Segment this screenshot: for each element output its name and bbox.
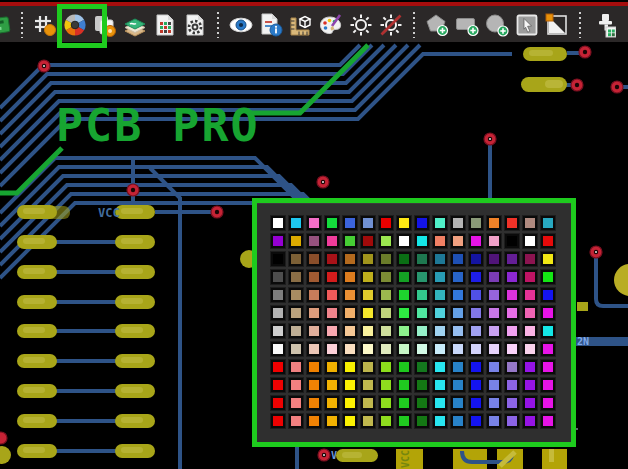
color-swatch-r3-c8[interactable] [397, 252, 411, 266]
color-swatch-r6-c13[interactable] [487, 306, 501, 320]
color-wheel-button[interactable] [62, 11, 88, 39]
color-swatch-r6-c11[interactable] [451, 306, 465, 320]
color-swatch-r5-c15[interactable] [523, 288, 537, 302]
color-swatch-r4-c5[interactable] [343, 270, 357, 284]
color-swatch-r9-c16[interactable] [541, 360, 555, 374]
color-swatch-r10-c16[interactable] [541, 378, 555, 392]
color-swatch-r10-c6[interactable] [361, 378, 375, 392]
color-swatch-r3-c6[interactable] [361, 252, 375, 266]
color-swatch-r11-c10[interactable] [433, 396, 447, 410]
color-swatch-r5-c2[interactable] [289, 288, 303, 302]
color-swatch-r7-c12[interactable] [469, 324, 483, 338]
color-swatch-r9-c12[interactable] [469, 360, 483, 374]
color-swatch-r12-c10[interactable] [433, 414, 447, 428]
color-swatch-r8-c1[interactable] [271, 342, 285, 356]
color-swatch-r12-c14[interactable] [505, 414, 519, 428]
color-swatch-r2-c1[interactable] [271, 234, 285, 248]
color-swatch-r12-c2[interactable] [289, 414, 303, 428]
color-swatch-r10-c7[interactable] [379, 378, 393, 392]
color-swatch-r9-c9[interactable] [415, 360, 429, 374]
document-grid-button[interactable] [152, 11, 178, 39]
color-swatch-r4-c15[interactable] [523, 270, 537, 284]
color-swatch-r4-c9[interactable] [415, 270, 429, 284]
color-swatch-r10-c2[interactable] [289, 378, 303, 392]
color-swatch-r11-c5[interactable] [343, 396, 357, 410]
brightness-off-button[interactable] [378, 11, 404, 39]
color-swatch-r2-c12[interactable] [469, 234, 483, 248]
color-swatch-r4-c3[interactable] [307, 270, 321, 284]
color-swatch-r7-c16[interactable] [541, 324, 555, 338]
color-swatch-r8-c7[interactable] [379, 342, 393, 356]
diagonal-fill-button[interactable] [544, 11, 570, 39]
color-swatch-r6-c15[interactable] [523, 306, 537, 320]
color-swatch-r8-c3[interactable] [307, 342, 321, 356]
copy-sheets-button[interactable] [92, 11, 118, 39]
color-swatch-r10-c10[interactable] [433, 378, 447, 392]
color-swatch-r7-c15[interactable] [523, 324, 537, 338]
color-swatch-r1-c13[interactable] [487, 216, 501, 230]
color-swatch-r5-c1[interactable] [271, 288, 285, 302]
color-swatch-r7-c6[interactable] [361, 324, 375, 338]
color-swatch-r9-c11[interactable] [451, 360, 465, 374]
select-arrow-button[interactable] [514, 11, 540, 39]
color-swatch-r6-c4[interactable] [325, 306, 339, 320]
color-swatch-r7-c2[interactable] [289, 324, 303, 338]
color-swatch-r3-c7[interactable] [379, 252, 393, 266]
color-swatch-r6-c9[interactable] [415, 306, 429, 320]
color-swatch-r9-c1[interactable] [271, 360, 285, 374]
color-swatch-r8-c16[interactable] [541, 342, 555, 356]
color-swatch-r4-c16[interactable] [541, 270, 555, 284]
color-swatch-r7-c4[interactable] [325, 324, 339, 338]
color-swatch-r9-c13[interactable] [487, 360, 501, 374]
color-swatch-r7-c13[interactable] [487, 324, 501, 338]
pcb-board-button[interactable] [0, 11, 12, 39]
color-swatch-r11-c14[interactable] [505, 396, 519, 410]
color-swatch-r3-c10[interactable] [433, 252, 447, 266]
color-swatch-r10-c15[interactable] [523, 378, 537, 392]
color-swatch-r6-c5[interactable] [343, 306, 357, 320]
color-swatch-r8-c12[interactable] [469, 342, 483, 356]
color-swatch-r11-c16[interactable] [541, 396, 555, 410]
color-swatch-r1-c16[interactable] [541, 216, 555, 230]
color-swatch-r5-c5[interactable] [343, 288, 357, 302]
color-swatch-r6-c7[interactable] [379, 306, 393, 320]
color-swatch-r6-c8[interactable] [397, 306, 411, 320]
color-swatch-r3-c3[interactable] [307, 252, 321, 266]
color-swatch-r10-c12[interactable] [469, 378, 483, 392]
color-swatch-r1-c10[interactable] [433, 216, 447, 230]
color-swatch-r9-c15[interactable] [523, 360, 537, 374]
document-gear-button[interactable] [182, 11, 208, 39]
color-swatch-r11-c8[interactable] [397, 396, 411, 410]
paint-palette-button[interactable] [318, 11, 344, 39]
color-swatch-r11-c11[interactable] [451, 396, 465, 410]
color-swatch-r9-c6[interactable] [361, 360, 375, 374]
color-swatch-r12-c15[interactable] [523, 414, 537, 428]
add-polygon-button[interactable] [424, 11, 450, 39]
color-swatch-r6-c6[interactable] [361, 306, 375, 320]
color-swatch-r12-c6[interactable] [361, 414, 375, 428]
color-swatch-r11-c12[interactable] [469, 396, 483, 410]
color-swatch-r12-c3[interactable] [307, 414, 321, 428]
document-info-button[interactable] [258, 11, 284, 39]
color-swatch-r4-c14[interactable] [505, 270, 519, 284]
color-swatch-r10-c3[interactable] [307, 378, 321, 392]
color-swatch-r12-c11[interactable] [451, 414, 465, 428]
color-swatch-r1-c2[interactable] [289, 216, 303, 230]
color-swatch-r5-c12[interactable] [469, 288, 483, 302]
color-swatch-r1-c8[interactable] [397, 216, 411, 230]
color-swatch-r7-c1[interactable] [271, 324, 285, 338]
brightness-on-button[interactable] [348, 11, 374, 39]
color-swatch-r3-c9[interactable] [415, 252, 429, 266]
grid-snap-button[interactable] [32, 11, 58, 39]
color-swatch-r4-c12[interactable] [469, 270, 483, 284]
color-swatch-r12-c16[interactable] [541, 414, 555, 428]
color-swatch-r1-c12[interactable] [469, 216, 483, 230]
color-swatch-r11-c2[interactable] [289, 396, 303, 410]
color-swatch-r11-c1[interactable] [271, 396, 285, 410]
color-swatch-r8-c15[interactable] [523, 342, 537, 356]
color-swatch-r2-c15[interactable] [523, 234, 537, 248]
color-swatch-r12-c8[interactable] [397, 414, 411, 428]
color-swatch-r8-c6[interactable] [361, 342, 375, 356]
color-swatch-r6-c10[interactable] [433, 306, 447, 320]
color-swatch-r4-c11[interactable] [451, 270, 465, 284]
